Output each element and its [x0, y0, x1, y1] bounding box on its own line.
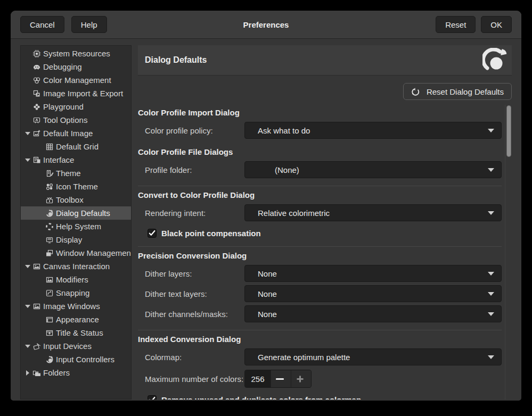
sidebar-item-default-grid[interactable]: Default Grid [21, 140, 131, 153]
expander-default-image[interactable] [23, 132, 32, 135]
sidebar-item-playground[interactable]: Playground [21, 100, 131, 113]
sidebar-item-display[interactable]: Display [21, 233, 131, 246]
sidebar-item-canvas-interaction[interactable]: Canvas Interaction [21, 260, 131, 273]
dropdown-value: Relative colorimetric [258, 209, 488, 218]
sidebar-item-color-management[interactable]: Color Management [21, 73, 131, 87]
chevron-down-icon [488, 355, 494, 359]
sidebar-item-label: Tool Options [43, 115, 87, 124]
image-star-icon [32, 129, 41, 138]
input-devices-icon [32, 342, 41, 351]
sidebar-item-folders[interactable]: Folders [21, 366, 131, 379]
cancel-button[interactable]: Cancel [20, 16, 64, 33]
dropdown-dither-text-layers[interactable]: None [244, 285, 502, 302]
checkbox-label: Remove unused and duplicate colors from … [161, 395, 361, 400]
dropdown-profile-folder[interactable]: (None) [244, 161, 502, 178]
spinner-value[interactable]: 256 [245, 370, 271, 387]
dialog-defaults-icon [45, 209, 54, 218]
prefs-row: Color profile policy:Ask what to do [138, 122, 502, 139]
field-label: Profile folder: [138, 165, 244, 174]
prefs-row: Dither text layers:None [138, 285, 502, 302]
interface-icon [32, 156, 41, 164]
reset-button[interactable]: Reset [436, 16, 476, 33]
sidebar-item-help-system[interactable]: Help System [21, 220, 131, 233]
expander-input-devices[interactable] [23, 345, 32, 348]
folders-icon [32, 369, 41, 377]
sidebar-item-image-import-export[interactable]: Image Import & Export [21, 87, 131, 100]
sidebar-item-toolbox[interactable]: Toolbox [21, 193, 131, 206]
import-export-icon [32, 89, 41, 98]
sidebar-item-label: Image Import & Export [43, 89, 123, 98]
sidebar-item-appearance[interactable]: Appearance [21, 313, 131, 326]
expander-folders[interactable] [23, 370, 32, 376]
sidebar-item-title-status[interactable]: Title & Status [21, 326, 131, 339]
section-color-profile-import-dialog: Color Profile Import DialogColor profile… [138, 107, 502, 139]
sidebar-item-label: Display [56, 235, 82, 244]
dropdown-value: (None) [258, 165, 488, 174]
dropdown-colormap[interactable]: Generate optimum palette [244, 348, 502, 365]
sidebar-item-dialog-defaults[interactable]: Dialog Defaults [21, 206, 131, 220]
vertical-scrollbar[interactable] [505, 105, 512, 400]
sidebar-item-label: Help System [56, 222, 101, 231]
sidebar-item-tool-options[interactable]: Tool Options [21, 113, 131, 127]
dropdown-rendering-intent[interactable]: Relative colorimetric [244, 204, 502, 221]
sidebar-item-label: Modifiers [56, 275, 88, 284]
preferences-dialog: Cancel Help Preferences Reset OK System … [11, 11, 521, 401]
section-color-profile-file-dialogs: Color Profile File DialogsProfile folder… [138, 146, 502, 178]
sidebar-item-debugging[interactable]: Debugging [21, 60, 131, 73]
dropdown-dither-channels-masks[interactable]: None [244, 305, 502, 322]
field-label: Rendering intent: [138, 209, 244, 218]
titlebar-right-buttons: Reset OK [436, 16, 512, 33]
help-button[interactable]: Help [71, 16, 107, 33]
reset-dialog-defaults-button[interactable]: Reset Dialog Defaults [403, 83, 512, 100]
expander-image-windows[interactable] [23, 305, 32, 308]
expander-canvas-interaction[interactable] [23, 265, 32, 268]
image-windows-icon [32, 302, 41, 311]
sidebar-item-system-resources[interactable]: System Resources [21, 47, 131, 60]
checkbox-remove-unused-and-duplicate-colors-from-colormap[interactable] [148, 395, 157, 400]
dropdown-color-profile-policy[interactable]: Ask what to do [244, 122, 502, 139]
sidebar-item-icon-theme[interactable]: Icon Theme [21, 180, 131, 193]
chevron-down-icon [25, 305, 30, 308]
tool-options-icon [32, 116, 41, 124]
checkbox-label: Black point compensation [161, 229, 261, 238]
sidebar-item-modifiers[interactable]: Modifiers [21, 273, 131, 286]
decrement-button[interactable] [271, 370, 291, 387]
sidebar-item-label: Window Management [56, 248, 132, 257]
sidebar-item-label: Playground [43, 102, 84, 111]
dropdown-dither-layers[interactable]: None [244, 265, 502, 282]
field-label: Dither text layers: [138, 289, 244, 298]
prefs-row: Colormap:Generate optimum palette [138, 348, 502, 365]
prefs-row: Profile folder:(None) [138, 161, 502, 178]
chevron-down-icon [488, 168, 494, 172]
reset-dialog-defaults-label: Reset Dialog Defaults [427, 87, 504, 96]
increment-button[interactable] [291, 370, 311, 387]
field-label: Dither layers: [138, 269, 244, 278]
sidebar-item-label: Interface [43, 155, 74, 164]
ok-button[interactable]: OK [481, 16, 512, 33]
preferences-page: Dialog Defaults [138, 45, 512, 400]
section-title: Convert to Color Profile Dialog [138, 189, 502, 201]
scrollbar-thumb[interactable] [506, 105, 511, 157]
reset-row: Reset Dialog Defaults [138, 83, 512, 100]
sidebar-item-theme[interactable]: Theme [21, 167, 131, 180]
section-title: Color Profile File Dialogs [138, 146, 502, 158]
sidebar-item-input-controllers[interactable]: Input Controllers [21, 353, 131, 366]
chevron-down-icon [25, 265, 30, 268]
sidebar-item-label: Title & Status [56, 328, 103, 337]
expander-interface[interactable] [23, 159, 32, 162]
dropdown-value: None [258, 289, 488, 298]
sidebar-item-window-management[interactable]: Window Management [21, 246, 131, 260]
checkbox-row: Remove unused and duplicate colors from … [138, 394, 502, 400]
titlebar: Cancel Help Preferences Reset OK [11, 11, 521, 39]
sidebar-item-interface[interactable]: Interface [21, 153, 131, 167]
sidebar-item-label: Canvas Interaction [43, 262, 110, 271]
sidebar-item-snapping[interactable]: Snapping [21, 286, 131, 299]
checkbox-black-point-compensation[interactable] [148, 229, 157, 238]
sidebar-item-input-devices[interactable]: Input Devices [21, 339, 131, 353]
field-label: Maximum number of colors: [138, 375, 244, 384]
dialog-defaults-icon [482, 47, 508, 73]
dropdown-value: None [258, 269, 488, 278]
sidebar-item-default-image[interactable]: Default Image [21, 127, 131, 140]
sidebar-item-image-windows[interactable]: Image Windows [21, 299, 131, 313]
sidebar-item-label: Theme [56, 169, 81, 178]
